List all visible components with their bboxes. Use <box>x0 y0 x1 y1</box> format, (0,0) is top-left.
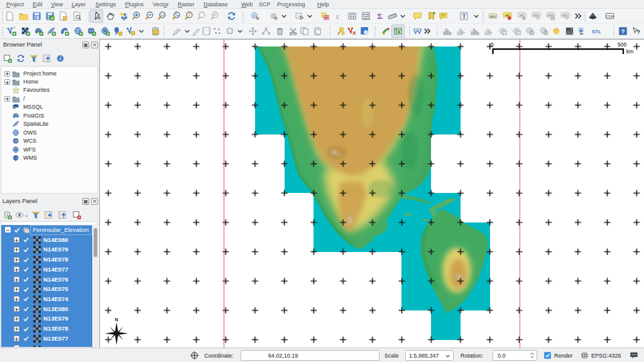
svg-text:500: 500 <box>618 41 626 48</box>
svg-text:N: N <box>115 317 118 322</box>
svg-text:km: km <box>626 48 633 55</box>
svg-text:0: 0 <box>491 41 494 48</box>
